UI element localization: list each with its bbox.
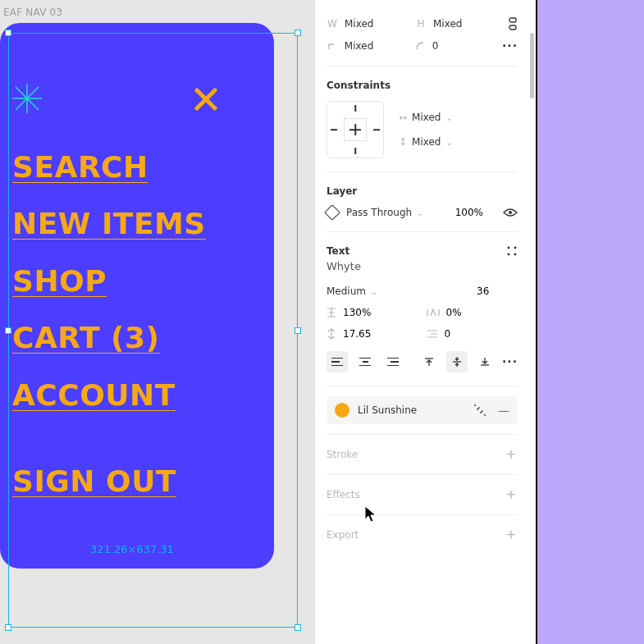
font-family-input[interactable] — [327, 257, 518, 276]
resize-constrain-icon[interactable] — [508, 16, 518, 31]
svg-rect-7 — [509, 25, 516, 30]
svg-point-11 — [508, 253, 510, 256]
resize-handle-br[interactable] — [295, 624, 301, 631]
constraints-title: Constraints — [327, 80, 518, 91]
text-valign-top-button[interactable] — [418, 351, 440, 372]
svg-point-8 — [509, 211, 512, 214]
chevron-down-icon: ⌄ — [445, 113, 452, 122]
selection-dimensions: 321.26×637.31 — [90, 543, 174, 555]
inspector-scrollbar[interactable] — [530, 33, 534, 98]
constraint-vertical-dropdown[interactable]: ↕ Mixed ⌄ — [399, 136, 453, 148]
height-value[interactable]: Mixed — [433, 18, 497, 30]
text-more-button[interactable]: ··· — [502, 355, 518, 368]
rotation-value[interactable]: Mixed — [345, 40, 408, 52]
text-align-right-button[interactable] — [382, 351, 404, 372]
visibility-toggle-icon[interactable] — [503, 208, 518, 217]
font-size-value[interactable]: 36 — [477, 285, 518, 297]
adjacent-frame[interactable] — [536, 0, 644, 644]
inspector-panel: W Mixed H Mixed Mixed 0 ··· Constraints — [314, 0, 536, 644]
svg-point-12 — [514, 253, 517, 256]
text-align-left-button[interactable] — [327, 351, 348, 372]
paragraph-indent-value[interactable]: 0 — [445, 328, 451, 340]
width-value[interactable]: Mixed — [345, 18, 409, 30]
add-stroke-button[interactable]: + — [505, 448, 518, 461]
text-valign-middle-button[interactable] — [446, 351, 468, 372]
svg-point-10 — [514, 247, 517, 249]
height-label: H — [415, 18, 427, 30]
line-height-value[interactable]: 130% — [343, 307, 371, 318]
paragraph-spacing-value[interactable]: 17.65 — [343, 328, 371, 340]
layer-opacity-value[interactable]: 100% — [455, 207, 483, 218]
effects-title: Effects — [327, 489, 360, 500]
chevron-down-icon: ⌄ — [445, 138, 452, 147]
resize-handle-bl[interactable] — [5, 624, 11, 631]
text-align-center-button[interactable] — [354, 351, 376, 372]
fill-style-name: Lil Sunshine — [358, 404, 417, 416]
fill-swatch — [335, 403, 349, 418]
paragraph-spacing-icon — [327, 328, 336, 340]
fill-style-chip[interactable]: Lil Sunshine — — [327, 396, 518, 424]
letter-spacing-icon — [427, 308, 440, 317]
frame-more-button[interactable]: ··· — [502, 39, 518, 53]
chevron-down-icon: ⌄ — [417, 208, 423, 217]
constraint-horizontal-value: Mixed — [412, 112, 441, 123]
text-valign-bottom-button[interactable] — [474, 351, 496, 372]
text-style-icon[interactable] — [506, 245, 518, 257]
font-weight-dropdown[interactable]: Medium ⌄ — [327, 285, 468, 297]
add-export-button[interactable]: + — [505, 528, 518, 541]
paragraph-indent-icon — [427, 329, 438, 339]
blend-mode-value: Pass Through — [346, 207, 412, 218]
radius-value[interactable]: 0 — [432, 40, 496, 52]
canvas-area[interactable]: EAF NAV 03 SEARCH NEW ITEMS SHOP CART (3… — [0, 0, 314, 644]
width-label: W — [327, 18, 338, 30]
resize-handle-tr[interactable] — [295, 30, 301, 36]
constraint-vertical-value: Mixed — [412, 136, 441, 148]
layer-title: Layer — [327, 185, 518, 197]
frame-label: EAF NAV 03 — [3, 7, 62, 18]
resize-handle-mr[interactable] — [295, 327, 301, 334]
export-title: Export — [327, 529, 359, 541]
constraint-horizontal-dropdown[interactable]: ↔ Mixed ⌄ — [399, 112, 453, 123]
rotation-icon — [327, 41, 338, 51]
chevron-down-icon: ⌄ — [371, 287, 377, 296]
remove-fill-button[interactable]: — — [498, 404, 509, 417]
line-height-icon — [327, 307, 336, 318]
detach-style-icon[interactable] — [473, 404, 486, 417]
resize-handle-tl[interactable] — [5, 30, 11, 36]
add-effect-button[interactable]: + — [505, 488, 518, 501]
selection-outline — [8, 33, 298, 628]
font-weight-value: Medium — [327, 285, 366, 297]
constraint-diagram[interactable] — [327, 101, 384, 158]
text-title: Text — [327, 245, 349, 257]
svg-point-9 — [508, 247, 510, 249]
resize-handle-ml[interactable] — [5, 327, 11, 334]
blend-mode-dropdown[interactable]: Pass Through ⌄ — [346, 207, 424, 218]
radius-icon — [414, 41, 426, 51]
svg-rect-6 — [509, 18, 516, 22]
stroke-title: Stroke — [327, 449, 358, 460]
letter-spacing-value[interactable]: 0% — [446, 307, 462, 318]
blend-mode-icon — [324, 204, 340, 221]
